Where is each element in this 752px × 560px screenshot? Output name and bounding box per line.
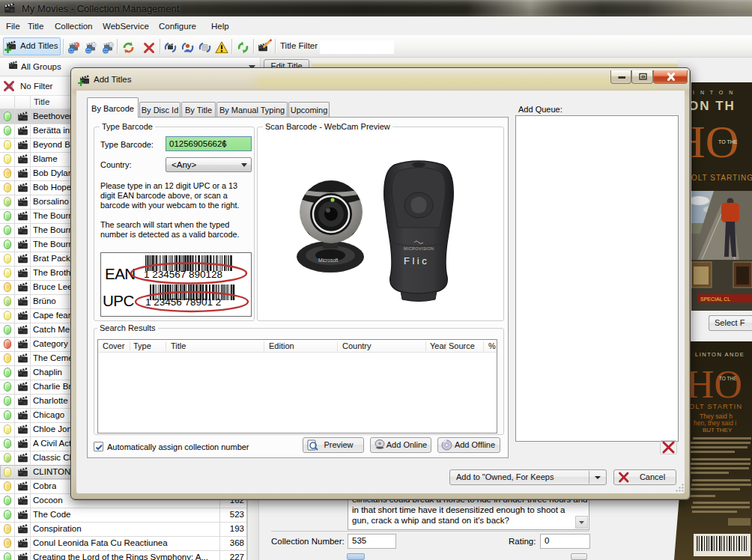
svg-text:LINTON ANDE: LINTON ANDE xyxy=(695,351,745,358)
svg-text:OLT STARTING: OLT STARTING xyxy=(691,174,752,182)
svg-text:TO THE: TO THE xyxy=(718,139,738,144)
svg-text:TO THE: TO THE xyxy=(719,376,737,381)
svg-text:1 23456 78901 2: 1 23456 78901 2 xyxy=(145,296,221,308)
svg-text:SPECIAL CL: SPECIAL CL xyxy=(700,296,730,302)
svg-text:HO: HO xyxy=(686,363,742,406)
svg-text:MICROVISION: MICROVISION xyxy=(404,246,434,251)
svg-text:UPC: UPC xyxy=(103,292,134,309)
svg-text:Flic: Flic xyxy=(404,255,429,267)
svg-text:OLT STARTIN: OLT STARTIN xyxy=(689,402,742,410)
svg-text:BUT THEY: BUT THEY xyxy=(703,427,733,433)
svg-text:hen, they said i: hen, they said i xyxy=(694,419,736,427)
svg-text:I N T O N: I N T O N xyxy=(693,90,735,95)
svg-text:Microsoft: Microsoft xyxy=(318,258,339,263)
svg-text:ON TH: ON TH xyxy=(691,99,736,113)
svg-text:1 234567 890128: 1 234567 890128 xyxy=(144,269,222,280)
